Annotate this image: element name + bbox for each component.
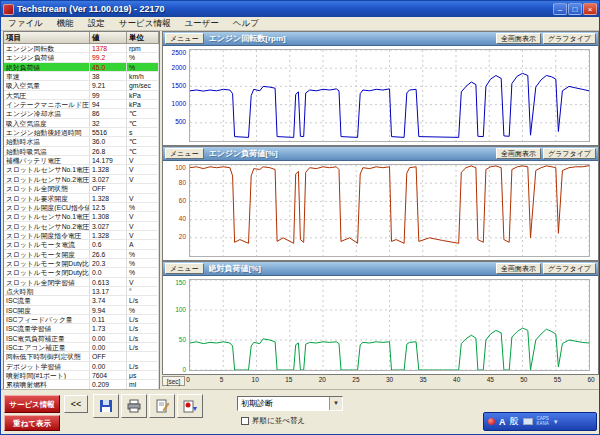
- table-row[interactable]: スロットルモータ開度26.6%: [4, 250, 159, 259]
- row-item-label: スロットル開度(ECU指令値): [4, 203, 90, 212]
- row-value: 5516: [90, 128, 127, 137]
- row-unit: V: [127, 278, 159, 287]
- table-row[interactable]: スロットル要求開度1.328V: [4, 194, 159, 203]
- row-item-label: スロットルセンサNo.1電圧: [4, 212, 90, 221]
- fullscreen-button[interactable]: 全画面表示: [496, 33, 541, 44]
- ime-status-icon: [488, 418, 495, 425]
- table-row[interactable]: ISC電気負荷補正量0.00L/s: [4, 334, 159, 343]
- table-row[interactable]: エンジン回転数1378rpm: [4, 44, 159, 53]
- chart-plot[interactable]: [189, 279, 590, 371]
- table-row[interactable]: 回転低下時制御判定状態OFF: [4, 352, 159, 361]
- table-row[interactable]: 始動時水温36.0℃: [4, 137, 159, 146]
- table-row[interactable]: スロットルセンサNo.1電圧1.308V: [4, 212, 159, 221]
- table-row[interactable]: ISC開度9.94%: [4, 306, 159, 315]
- row-value: 32: [90, 119, 127, 128]
- keyboard-icon[interactable]: [523, 418, 533, 425]
- ime-input-mode[interactable]: A: [499, 417, 506, 427]
- row-item-label: スロットルモータ閉Duty比: [4, 268, 90, 277]
- y-tick-label: 20: [179, 233, 186, 240]
- chart-menu-button[interactable]: メニュー: [165, 148, 204, 159]
- y-tick-label: 100: [175, 164, 186, 171]
- table-row[interactable]: スロットル全閉状態OFF: [4, 184, 159, 193]
- chart-plot[interactable]: [189, 164, 590, 257]
- table-row[interactable]: スロットルモータ閉Duty比0.0%: [4, 268, 159, 277]
- table-row[interactable]: エンジン冷却水温86℃: [4, 109, 159, 118]
- fullscreen-button[interactable]: 全画面表示: [496, 263, 541, 274]
- table-row[interactable]: 吸入空気温度32℃: [4, 119, 159, 128]
- table-row[interactable]: スロットルセンサNo.2電圧3.027V: [4, 222, 159, 231]
- record-button[interactable]: [177, 394, 203, 418]
- chart-plot[interactable]: [189, 49, 590, 142]
- checkbox-icon[interactable]: [241, 417, 249, 425]
- row-unit: %: [127, 306, 159, 315]
- menu-item[interactable]: ファイル: [1, 18, 50, 30]
- table-row[interactable]: スロットル開度(ECU指令値)12.5%: [4, 203, 159, 212]
- row-value: 94: [90, 100, 127, 109]
- memo-button[interactable]: [149, 394, 175, 418]
- table-row[interactable]: スロットルセンサNo.1電圧1.328V: [4, 165, 159, 174]
- y-tick-label: 50: [179, 336, 186, 343]
- diagnosis-mode-select[interactable]: 初期診断 ▼: [237, 396, 343, 411]
- row-item-label: エンジン始動後経過時間: [4, 128, 90, 137]
- print-button[interactable]: [121, 394, 147, 418]
- graph-type-button[interactable]: グラフタイプ: [543, 263, 596, 274]
- table-row[interactable]: ISCエアコン補正量0.00L/s: [4, 343, 159, 352]
- chart-title: エンジン負荷値[%]: [209, 148, 495, 159]
- menu-item[interactable]: 設定: [81, 18, 112, 30]
- table-row[interactable]: エンジン負荷値99.2%: [4, 53, 159, 62]
- table-row[interactable]: ISC流量3.74L/s: [4, 296, 159, 305]
- table-row[interactable]: インテークマニホールド圧94kPa: [4, 100, 159, 109]
- table-row[interactable]: 補機バッテリ電圧14.179V: [4, 156, 159, 165]
- overlay-display-button[interactable]: 重ねて表示: [4, 415, 60, 431]
- table-row[interactable]: スロットルモータ開Duty比20.3%: [4, 259, 159, 268]
- menu-item[interactable]: サービス情報: [112, 18, 178, 30]
- table-row[interactable]: デポジット学習値0.00L/s: [4, 362, 159, 371]
- row-item-label: ISCフィードバック量: [4, 315, 90, 324]
- chart-menu-button[interactable]: メニュー: [165, 263, 204, 274]
- table-row[interactable]: ISCフィードバック量0.11L/s: [4, 315, 159, 324]
- table-row[interactable]: 噴射時間(#1ポート)7604μs: [4, 371, 159, 380]
- close-button[interactable]: ×: [583, 3, 597, 15]
- row-unit: L/s: [127, 315, 159, 324]
- minimize-button[interactable]: –: [553, 3, 567, 15]
- chart-menu-button[interactable]: メニュー: [165, 33, 204, 44]
- row-value: 99: [90, 91, 127, 100]
- row-item-label: スロットルモータ開度: [4, 250, 90, 259]
- chart-header: メニュー エンジン回転数[rpm] 全画面表示 グラフタイプ: [163, 32, 598, 46]
- table-row[interactable]: 吸入空気量9.21gm/sec: [4, 81, 159, 90]
- ime-conversion-mode[interactable]: 般: [510, 415, 519, 428]
- table-row[interactable]: スロットル開度指令電圧1.328V: [4, 231, 159, 240]
- table-row[interactable]: 点火時期13.17°: [4, 287, 159, 296]
- chevron-down-icon[interactable]: ▼: [329, 397, 342, 410]
- fullscreen-button[interactable]: 全画面表示: [496, 148, 541, 159]
- table-row[interactable]: 車速38km/h: [4, 72, 159, 81]
- sort-ascending-checkbox[interactable]: 昇順に並べ替え: [241, 416, 305, 426]
- maximize-button[interactable]: □: [568, 3, 582, 15]
- menu-item[interactable]: 機能: [50, 18, 81, 30]
- table-row[interactable]: スロットルモータ電流0.6A: [4, 240, 159, 249]
- collapse-panel-button[interactable]: <<: [64, 395, 88, 413]
- graph-type-button[interactable]: グラフタイプ: [543, 33, 596, 44]
- graph-type-button[interactable]: グラフタイプ: [543, 148, 596, 159]
- x-tick-label: 5: [220, 376, 224, 383]
- service-info-button[interactable]: サービス情報: [4, 395, 60, 413]
- menu-item[interactable]: ヘルプ: [226, 18, 266, 30]
- table-row[interactable]: スロットル全閉学習値0.613V: [4, 278, 159, 287]
- x-tick-label: 35: [419, 376, 426, 383]
- menu-item[interactable]: ユーザー: [177, 18, 225, 30]
- techstream-window: Techstream (Ver 11.00.019) - 22170 – □ ×…: [0, 0, 600, 435]
- row-value: 26.6: [90, 250, 127, 259]
- table-row[interactable]: 大気圧99kPa: [4, 91, 159, 100]
- table-row[interactable]: エンジン始動後経過時間5516s: [4, 128, 159, 137]
- table-row[interactable]: 始動時吸気温26.8℃: [4, 147, 159, 156]
- ime-language-bar[interactable]: A 般 CAPS KANA ▼: [483, 412, 597, 431]
- table-row[interactable]: 絶対負荷値45.0%: [4, 63, 159, 72]
- table-row[interactable]: ISC流量学習値1.73L/s: [4, 324, 159, 333]
- table-row[interactable]: スロットルセンサNo.2電圧3.027V: [4, 175, 159, 184]
- record-icon: [182, 398, 198, 414]
- snapshot-button[interactable]: [93, 394, 119, 418]
- row-item-label: 補機バッテリ電圧: [4, 156, 90, 165]
- chart-header: メニュー 絶対負荷値[%] 全画面表示 グラフタイプ: [163, 262, 598, 276]
- row-value: 0.00: [90, 362, 127, 371]
- ime-minimize-icon[interactable]: ▼: [553, 419, 559, 425]
